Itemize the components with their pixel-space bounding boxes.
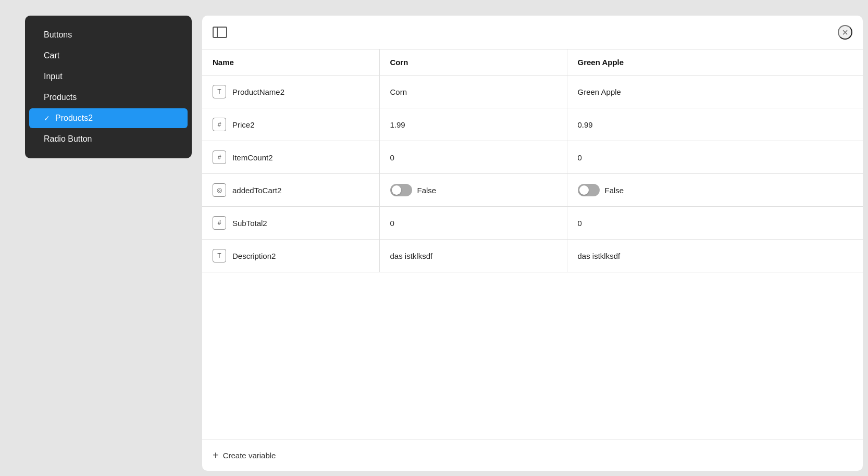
col1-cell: 1.99 (379, 108, 567, 141)
table-row: # ItemCount2 00 (202, 141, 863, 174)
toggle-switch[interactable] (578, 184, 600, 196)
field-name-cell: # Price2 (202, 108, 379, 141)
field-name: SubTotal2 (232, 219, 267, 228)
col2-cell: 0 (567, 141, 863, 174)
table-row: T ProductName2 CornGreen Apple (202, 76, 863, 108)
layout-icon (213, 27, 227, 38)
field-type-icon: T (213, 85, 226, 98)
column-header-name: Name (202, 49, 379, 76)
toggle-switch[interactable] (390, 184, 412, 196)
col2-cell: Green Apple (567, 76, 863, 108)
table-row: # SubTotal2 00 (202, 207, 863, 240)
column-header-col2: Green Apple (567, 49, 863, 76)
variables-table: Name Corn Green Apple T ProductName2 Cor… (202, 49, 863, 272)
field-name-cell: # SubTotal2 (202, 207, 379, 240)
panel-header: × (202, 16, 863, 49)
sidebar-item-radio-button[interactable]: Radio Button (29, 129, 188, 149)
field-name: addedToCart2 (232, 186, 281, 195)
field-type-icon: # (213, 216, 226, 230)
field-name: Price2 (232, 120, 255, 129)
sidebar-item-label: Products (44, 93, 77, 102)
sidebar-item-label: Cart (44, 51, 59, 60)
sidebar-item-label: Radio Button (44, 134, 92, 144)
field-name-cell: # ItemCount2 (202, 141, 379, 174)
toggle-value: False (605, 186, 624, 195)
checkmark-icon: ✓ (44, 114, 50, 122)
table-row: ◎ addedToCart2 False False (202, 174, 863, 207)
main-panel: × Name Corn Green Apple T ProductName2 C… (202, 16, 863, 471)
col1-cell: Corn (379, 76, 567, 108)
field-name-cell: T ProductName2 (202, 76, 379, 108)
panel-footer: + Create variable (202, 440, 863, 471)
field-type-icon: # (213, 118, 226, 131)
close-button[interactable]: × (838, 25, 852, 40)
field-type-icon: # (213, 151, 226, 164)
sidebar-item-label: Products2 (55, 114, 93, 123)
col1-cell: 0 (379, 207, 567, 240)
plus-icon: + (213, 449, 219, 461)
toggle-value: False (417, 186, 437, 195)
sidebar: Buttons Cart Input Products ✓ Products2 … (25, 16, 192, 158)
col2-cell: False (567, 174, 863, 207)
sidebar-item-products[interactable]: Products (29, 87, 188, 107)
col2-cell: 0.99 (567, 108, 863, 141)
table-row: T Description2 das istklksdfdas istklksd… (202, 240, 863, 272)
sidebar-item-cart[interactable]: Cart (29, 46, 188, 66)
panel-header-left (213, 27, 227, 38)
col2-cell: 0 (567, 207, 863, 240)
col1-cell: das istklksdf (379, 240, 567, 272)
field-name: ItemCount2 (232, 153, 273, 162)
create-variable-label: Create variable (223, 451, 276, 460)
sidebar-item-buttons[interactable]: Buttons (29, 25, 188, 45)
field-name: Description2 (232, 252, 276, 260)
sidebar-item-label: Input (44, 72, 63, 81)
table-header-row: Name Corn Green Apple (202, 49, 863, 76)
table-row: # Price2 1.990.99 (202, 108, 863, 141)
create-variable-button[interactable]: + Create variable (213, 449, 276, 461)
sidebar-item-products2[interactable]: ✓ Products2 (29, 108, 188, 128)
col2-cell: das istklksdf (567, 240, 863, 272)
table-container: Name Corn Green Apple T ProductName2 Cor… (202, 49, 863, 440)
field-type-icon: T (213, 249, 226, 262)
col1-cell: 0 (379, 141, 567, 174)
column-header-col1: Corn (379, 49, 567, 76)
field-name-cell: ◎ addedToCart2 (202, 174, 379, 207)
sidebar-item-label: Buttons (44, 30, 72, 40)
field-type-icon: ◎ (213, 183, 226, 197)
col1-cell: False (379, 174, 567, 207)
field-name: ProductName2 (232, 87, 284, 96)
sidebar-item-input[interactable]: Input (29, 67, 188, 86)
field-name-cell: T Description2 (202, 240, 379, 272)
